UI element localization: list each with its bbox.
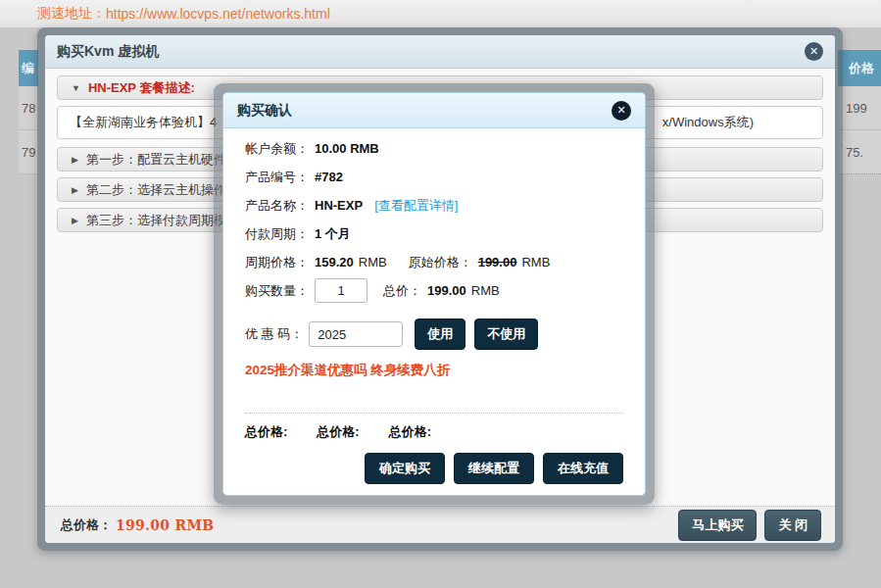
product-id-value: #782: [315, 170, 343, 184]
modal-button-row: 确定购买 继续配置 在线充值: [245, 453, 623, 484]
product-name-row: 产品名称： HN-EXP [查看配置详情]: [245, 191, 623, 220]
continue-config-button[interactable]: 继续配置: [454, 453, 534, 484]
table-row: 75.: [838, 130, 881, 174]
coupon-input[interactable]: [309, 321, 403, 347]
product-id-row: 产品编号： #782: [245, 163, 623, 191]
chevron-down-icon: ▼: [72, 83, 80, 93]
billing-cycle-row: 付款周期： 1 个月: [245, 220, 623, 248]
buy-now-button[interactable]: 马上购买: [678, 510, 757, 541]
total-price-label: 总价格:: [389, 423, 431, 441]
no-coupon-button[interactable]: 不使用: [474, 318, 538, 350]
speed-test-label: 测速地址：: [37, 5, 106, 23]
balance-label: 帐户余额：: [245, 140, 309, 158]
coupon-label: 优 惠 码：: [245, 325, 303, 343]
cycle-price-label: 周期价格：: [245, 254, 309, 271]
quantity-input[interactable]: [315, 278, 367, 303]
cycle-price-row: 周期价格： 159.20 RMB 原始价格： 199.00 RMB: [245, 248, 623, 276]
table-row: 199: [838, 86, 881, 130]
totals-row: 总价格: 总价格: 总价格:: [245, 423, 623, 441]
speed-test-url-link[interactable]: https://www.locvps.net/networks.html: [106, 6, 330, 22]
subtotal-label: 总价：: [383, 282, 421, 300]
use-coupon-button[interactable]: 使用: [415, 318, 465, 350]
subtotal-value: 199.00: [427, 283, 466, 298]
subtotal-unit: RMB: [471, 283, 500, 298]
cycle-price-value: 159.20: [315, 255, 354, 270]
billing-cycle-value: 1 个月: [315, 225, 351, 243]
table-row: 78: [19, 86, 38, 130]
close-dialog-button[interactable]: 关 闭: [764, 510, 821, 541]
original-price-unit: RMB: [521, 255, 550, 270]
quantity-row: 购买数量： 总价： 199.00 RMB: [245, 276, 623, 305]
chevron-right-icon: ▶: [72, 155, 78, 165]
table-row: 79: [19, 130, 38, 174]
modal-title: 购买确认: [237, 102, 292, 120]
chevron-right-icon: ▶: [72, 216, 78, 225]
balance-value: 10.00 RMB: [315, 141, 379, 156]
chevron-right-icon: ▶: [72, 185, 78, 195]
modal-divider: [245, 413, 623, 414]
footer-total-label: 总价格：: [61, 516, 112, 534]
package-description-right-text: x/Windows系统): [662, 114, 754, 131]
quantity-label: 购买数量：: [245, 282, 309, 300]
coupon-row: 优 惠 码： 使用 不使用: [245, 320, 623, 348]
original-price-value: 199.00: [478, 255, 517, 270]
total-price-label: 总价格:: [317, 423, 359, 441]
original-price-label: 原始价格：: [409, 254, 472, 271]
footer-total-value: 199.00 RMB: [116, 517, 214, 533]
product-id-label: 产品编号：: [245, 169, 309, 186]
background-table-left-column: 编 78 79: [19, 50, 38, 174]
cycle-price-unit: RMB: [359, 255, 387, 270]
modal-close-icon[interactable]: ✕: [612, 101, 631, 121]
topbar: 测速地址： https://www.locvps.net/networks.ht…: [0, 0, 881, 27]
dialog-titlebar: 购买Kvm 虚拟机 ✕: [45, 35, 835, 69]
dialog-title: 购买Kvm 虚拟机: [57, 43, 159, 61]
view-config-link[interactable]: [查看配置详情]: [374, 197, 458, 215]
package-description-left-text: 【全新湖南业务体验机】4: [70, 114, 217, 131]
product-name-value: HN-EXP: [315, 198, 363, 213]
modal-body: 帐户余额： 10.00 RMB 产品编号： #782 产品名称： HN-EXP …: [223, 128, 645, 495]
purchase-confirm-modal: 购买确认 ✕ 帐户余额： 10.00 RMB 产品编号： #782 产品名称： …: [214, 83, 655, 505]
dialog-footer: 总价格： 199.00 RMB 马上购买 关 闭: [45, 506, 835, 543]
background-table-price-column: 价格 199 75.: [838, 50, 881, 174]
billing-cycle-label: 付款周期：: [245, 225, 309, 243]
purchase-confirm-modal-content: 购买确认 ✕ 帐户余额： 10.00 RMB 产品编号： #782 产品名称： …: [222, 92, 646, 496]
total-price-label: 总价格:: [245, 423, 287, 441]
modal-titlebar: 购买确认 ✕: [223, 93, 645, 128]
product-name-label: 产品名称：: [245, 197, 309, 215]
dialog-close-icon[interactable]: ✕: [805, 42, 823, 61]
promo-message: 2025推介渠道优惠吗 终身续费八折: [245, 362, 623, 379]
background-table-left-header: 编: [19, 50, 38, 86]
package-section-title: HN-EXP 套餐描述:: [88, 79, 195, 97]
page-root: 测速地址： https://www.locvps.net/networks.ht…: [0, 0, 881, 588]
confirm-purchase-button[interactable]: 确定购买: [365, 453, 445, 484]
background-table-price-header: 价格: [838, 50, 881, 86]
online-recharge-button[interactable]: 在线充值: [543, 453, 623, 484]
balance-row: 帐户余额： 10.00 RMB: [245, 134, 623, 163]
